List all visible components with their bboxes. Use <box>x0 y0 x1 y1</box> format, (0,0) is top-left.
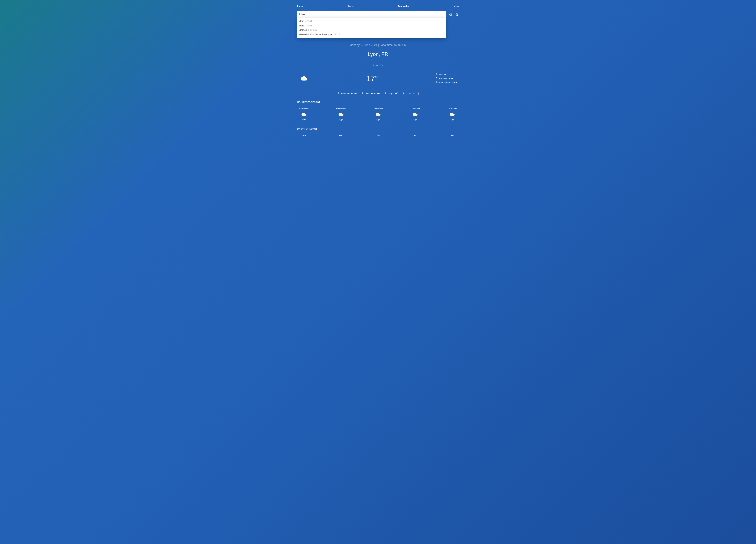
daily-day: Sat <box>450 134 454 137</box>
svg-point-0 <box>450 13 452 15</box>
sunset-item: Set: 07:24 PM <box>361 92 380 95</box>
hourly-title: HOURLY FORECAST <box>297 101 459 103</box>
current-weather-row: 17° Real felt : 17° Humidity : 62% <box>297 73 459 84</box>
low-value: 17° <box>413 92 416 95</box>
wind-icon <box>435 81 438 84</box>
cloud-icon <box>338 112 344 117</box>
sunrise-value: 07:38 AM <box>347 92 357 95</box>
daily-item: Sat <box>445 134 459 137</box>
search-input[interactable] <box>297 11 446 18</box>
hourly-time: 09:00 PM <box>336 108 346 110</box>
suggestion-code: 07151 <box>305 24 312 27</box>
hourly-item: 11:00 PM 16° <box>408 108 422 122</box>
svg-line-37 <box>405 92 405 92</box>
daily-day: Wed <box>339 134 343 137</box>
hourly-item: 08:00 PM 17° <box>297 108 311 122</box>
svg-point-2 <box>457 14 457 15</box>
suggestion-name: Marseille 13e Arrondissement <box>299 33 332 36</box>
svg-line-10 <box>337 92 338 92</box>
daily-day: Thu <box>376 134 380 137</box>
sun-low-icon <box>402 92 405 95</box>
city-tab-lyon[interactable]: Lyon <box>297 5 303 8</box>
svg-line-36 <box>405 94 405 94</box>
svg-line-1 <box>451 15 452 16</box>
daily-item: Thu <box>371 134 385 137</box>
cloud-icon <box>412 112 418 117</box>
hourly-temp: 16° <box>376 119 380 122</box>
real-felt-label: Real felt : <box>439 73 448 76</box>
thermometer-icon <box>435 73 438 76</box>
location-title: Lyon, FR <box>297 51 459 57</box>
humidity-label: Humidity : <box>439 77 448 80</box>
cloud-icon <box>375 112 381 117</box>
city-tab-paris[interactable]: Paris <box>347 5 354 8</box>
suggestion-item[interactable]: Marseille 13e Arrondissement 13213 <box>297 32 446 37</box>
cloud-icon <box>299 76 309 82</box>
cloud-icon <box>301 112 307 117</box>
suggestion-name: Mars <box>299 24 304 27</box>
svg-line-11 <box>339 94 340 94</box>
daily-day: Fri <box>414 134 416 137</box>
sunrise-icon <box>337 92 340 95</box>
svg-line-13 <box>337 94 338 94</box>
hourly-time: 08:00 PM <box>299 108 309 110</box>
search-wrap: Mars 42141 Mars 07151 Marseille 13055 Ma… <box>297 11 446 18</box>
details-column: Real felt : 17° Humidity : 62% Wind spee… <box>435 73 457 84</box>
svg-point-21 <box>385 93 386 94</box>
daily-item: Fri <box>408 134 422 137</box>
sun-stats-row: Rise: 07:38 AM | Set: 07:24 PM | High: 1… <box>297 92 459 95</box>
location-pin-icon[interactable] <box>455 13 459 16</box>
svg-line-28 <box>387 92 387 92</box>
wind-row: Wind speed: 1km/h <box>435 81 457 84</box>
high-item: High: 19° <box>384 92 398 95</box>
suggestion-item[interactable]: Mars 42141 <box>297 19 446 23</box>
city-tabs: Lyon Paris Marseille Nice <box>297 0 459 11</box>
hourly-temp: 15° <box>450 119 454 122</box>
humidity-row: Humidity : 62% <box>435 77 457 80</box>
separator: | <box>400 92 401 95</box>
svg-line-29 <box>385 94 385 94</box>
search-row: Mars 42141 Mars 07151 Marseille 13055 Ma… <box>297 11 459 18</box>
sunrise-label: Rise: <box>341 92 346 95</box>
droplet-icon <box>435 77 438 80</box>
suggestion-code: 13055 <box>310 29 317 31</box>
low-item: Low : 17° <box>402 92 416 95</box>
suggestion-item[interactable]: Marseille 13055 <box>297 28 446 32</box>
suggestion-code: 13213 <box>333 33 340 36</box>
hourly-time: 12:00 AM <box>447 108 457 110</box>
real-felt-value: 17° <box>448 73 452 76</box>
suggestion-item[interactable]: Mars 07151 <box>297 23 446 28</box>
hourly-temp: 16° <box>339 119 343 122</box>
separator: | <box>418 92 419 95</box>
hourly-item: 09:00 PM 16° <box>334 108 348 122</box>
high-value: 19° <box>395 92 398 95</box>
low-label: Low : <box>407 92 412 95</box>
city-tab-marseille[interactable]: Marseille <box>398 5 409 8</box>
daily-forecast-row: Tue Wed Thu Fri Sat <box>297 134 459 137</box>
sunrise-item: Rise: 07:38 AM <box>337 92 357 95</box>
wind-value: 1km/h <box>451 81 457 84</box>
svg-point-14 <box>362 93 363 94</box>
cloud-icon <box>449 112 455 117</box>
hourly-forecast-row: 08:00 PM 17° 09:00 PM 16° 10:00 PM 16° 1… <box>297 108 459 122</box>
sunset-icon <box>361 92 364 95</box>
separator: | <box>381 92 383 95</box>
daily-day: Tue <box>302 134 306 137</box>
daily-title: DAILY FORECAST <box>297 128 459 130</box>
hourly-item: 12:00 AM 15° <box>445 108 459 122</box>
sunset-value: 07:24 PM <box>371 92 380 95</box>
suggestion-code: 42141 <box>305 20 312 23</box>
svg-line-26 <box>385 92 385 92</box>
hourly-time: 10:00 PM <box>373 108 383 110</box>
svg-line-35 <box>403 92 403 92</box>
svg-point-30 <box>403 93 404 94</box>
high-label: High: <box>388 92 394 95</box>
city-tab-nice[interactable]: Nice <box>453 5 459 8</box>
svg-line-27 <box>387 94 387 94</box>
wind-label: Wind speed: <box>439 81 450 84</box>
datetime-text: Monday, 30 Sep 2024 | Local time :07:06 … <box>297 43 459 47</box>
svg-line-19 <box>363 92 364 92</box>
search-icon[interactable] <box>449 13 453 16</box>
search-suggestions: Mars 42141 Mars 07151 Marseille 13055 Ma… <box>297 18 446 38</box>
daily-item: Tue <box>297 134 311 137</box>
